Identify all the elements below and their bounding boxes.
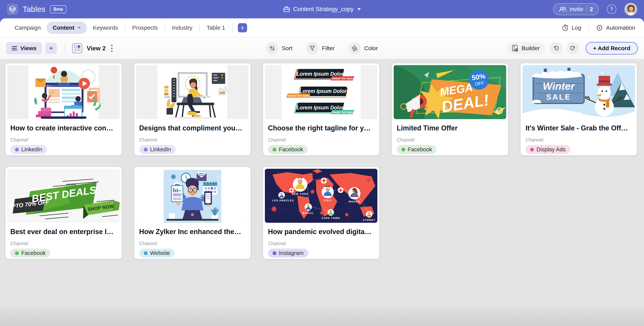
record-card[interactable]: UPTO 70% OFF BEST DEALS SHOP NOW Best ev… (5, 166, 122, 259)
log-button[interactable]: Log (562, 24, 581, 31)
redo-button[interactable] (567, 42, 579, 54)
record-card[interactable]: NEW YORK LOS ANGELES ITALY WUHAN BRAZIL … (262, 166, 380, 259)
tables-logo-icon[interactable] (7, 4, 18, 15)
add-table-button[interactable]: + (238, 23, 247, 32)
builder-label: Builder (522, 45, 540, 51)
filter-icon (306, 42, 318, 54)
record-title: Limited Time Offer (397, 124, 503, 132)
tab-content-label: Content (53, 24, 74, 31)
add-record-button[interactable]: + Add Record (586, 42, 638, 55)
badge-dot (144, 148, 148, 151)
gallery-view-content: How to create interactive con… Channel L… (0, 59, 644, 326)
badge-dot (272, 148, 276, 151)
badge-dot (144, 251, 148, 255)
channel-badge: Website (139, 249, 174, 258)
svg-text:SYDNEY: SYDNEY (363, 219, 376, 221)
svg-text:Lorem Ipsum Dolor: Lorem Ipsum Dolor (300, 88, 347, 94)
channel-value: Facebook (408, 146, 432, 153)
record-title: How Zylker Inc enhanced the… (139, 228, 246, 236)
channel-badge: Display Ads (526, 145, 570, 154)
views-button[interactable]: Views (6, 42, 42, 54)
tab-table-1[interactable]: Table 1 (201, 22, 231, 34)
log-label: Log (572, 24, 581, 31)
record-title: Best ever deal on enterprise l… (10, 228, 117, 236)
field-label: Channel (397, 137, 503, 143)
filter-button[interactable]: Filter (306, 42, 335, 54)
automation-label: Automation (606, 24, 635, 31)
record-card[interactable]: How to create interactive con… Channel L… (5, 63, 122, 156)
workspace-switcher[interactable]: Content Strategy_copy (283, 6, 361, 13)
channel-value: LinkedIn (21, 146, 42, 153)
divider (165, 23, 165, 32)
beta-badge: Beta (50, 5, 66, 13)
chevron-down-icon (358, 8, 361, 10)
badge-dot (15, 251, 19, 255)
menu-icon (12, 46, 17, 50)
tab-keywords[interactable]: Keywords (87, 22, 124, 34)
channel-badge: Facebook (10, 249, 50, 258)
sort-button[interactable]: Sort (266, 42, 292, 54)
record-card[interactable]: How Zylker Inc enhanced the… Channel Web… (134, 166, 251, 259)
divider (232, 23, 232, 32)
channel-badge: LinkedIn (139, 145, 176, 154)
builder-button[interactable]: Builder (506, 42, 545, 54)
divider (125, 23, 125, 32)
field-label: Channel (10, 137, 117, 143)
field-label: Channel (268, 241, 374, 246)
channel-value: Display Ads (536, 146, 566, 153)
tab-campaign[interactable]: Campaign (9, 22, 46, 34)
chevron-down-icon (78, 27, 81, 29)
svg-text:Sample Text Space: Sample Text Space (332, 77, 354, 80)
record-card[interactable]: Winter SALE (520, 63, 637, 156)
record-title: How pandemic evolved digita… (268, 228, 374, 236)
record-card[interactable]: MEGA DEAL! 50% OFF Limited Time Offer Ch… (392, 63, 508, 156)
field-label: Channel (268, 137, 374, 143)
tab-industry[interactable]: Industry (166, 22, 198, 34)
channel-value: LinkedIn (150, 146, 171, 153)
tab-content[interactable]: Content (46, 22, 87, 34)
svg-text:Winter: Winter (543, 80, 575, 92)
app-header: Tables Beta Content Strategy_copy Invite… (0, 0, 644, 18)
color-button[interactable]: Color (348, 42, 378, 54)
svg-text:Lorem Ipsum Dolor: Lorem Ipsum Dolor (296, 105, 344, 110)
badge-dot (530, 148, 534, 151)
svg-text:WUHAN: WUHAN (349, 200, 360, 203)
invite-count: 2 (590, 6, 593, 12)
divider (199, 23, 200, 32)
user-avatar[interactable] (624, 3, 637, 15)
add-view-button[interactable]: + (46, 42, 57, 54)
record-card[interactable]: A (134, 63, 251, 156)
builder-icon (512, 45, 519, 52)
record-title: Choose the right tagline for y… (268, 124, 374, 132)
divider (64, 43, 64, 54)
card-image-mega-deal: MEGA DEAL! 50% OFF (394, 65, 506, 119)
channel-value: Facebook (279, 146, 303, 153)
card-image-best-deals: UPTO 70% OFF BEST DEALS SHOP NOW (7, 169, 120, 223)
sort-icon (266, 42, 278, 54)
tab-prospects[interactable]: Prospects (126, 22, 164, 34)
svg-text:NEW YORK: NEW YORK (292, 193, 308, 195)
svg-text:ITALY: ITALY (323, 199, 332, 202)
svg-text:CAPE TOWN: CAPE TOWN (322, 217, 340, 220)
card-image-zylker (136, 169, 248, 223)
color-label: Color (364, 45, 378, 51)
color-bucket-icon (348, 42, 361, 54)
current-view-name: View 2 (87, 45, 106, 52)
channel-value: Instagram (279, 250, 304, 256)
automation-button[interactable]: Automation (596, 24, 635, 31)
record-card[interactable]: Lorem Ipsum Dolor Sample Text Space Lore… (262, 63, 380, 156)
view-options-menu[interactable] (111, 45, 112, 52)
field-label: Channel (139, 241, 246, 246)
badge-dot (401, 148, 405, 151)
automation-gear-icon (596, 24, 603, 31)
undo-button[interactable] (550, 42, 562, 54)
channel-badge: Instagram (268, 249, 308, 258)
svg-text:BRAZIL: BRAZIL (303, 212, 314, 215)
record-title: Designs that compliment you… (139, 124, 246, 132)
channel-value: Facebook (21, 250, 46, 256)
help-button[interactable]: ? (607, 4, 616, 14)
card-image-taglines: Lorem Ipsum Dolor Sample Text Space Lore… (265, 65, 378, 119)
undo-icon (553, 45, 559, 51)
field-label: Channel (139, 137, 246, 143)
invite-button[interactable]: Invite 2 (553, 3, 599, 15)
